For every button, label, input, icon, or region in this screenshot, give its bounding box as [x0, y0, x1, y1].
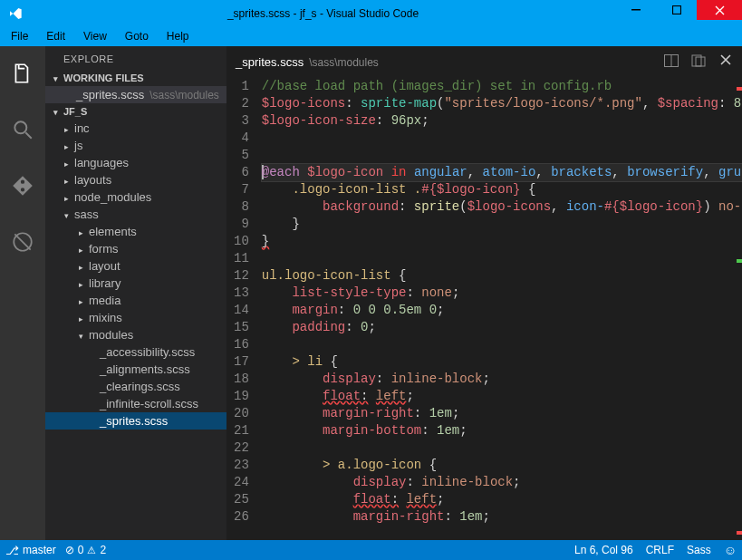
code-line[interactable]: margin-right: 1em;: [262, 405, 742, 422]
code-line[interactable]: float: left;: [262, 491, 742, 508]
code-line[interactable]: [262, 130, 742, 147]
editor-body[interactable]: 1234567891011121314151617181920212223242…: [226, 78, 742, 540]
tree-folder[interactable]: layout: [45, 257, 226, 275]
minimize-button[interactable]: [615, 0, 656, 20]
code-line[interactable]: > a.logo-icon {: [262, 457, 742, 474]
tree-folder[interactable]: forms: [45, 240, 226, 257]
menu-goto[interactable]: Goto: [118, 28, 156, 44]
tree-item-label: _infinite-scroll.scss: [100, 397, 198, 410]
feedback-icon[interactable]: [724, 543, 737, 557]
svg-rect-6: [696, 57, 705, 66]
working-files-header[interactable]: WORKING FILES: [45, 70, 226, 86]
activity-search-icon[interactable]: [0, 111, 45, 148]
code-line[interactable]: background: sprite($logo-icons, icon-#{$…: [262, 198, 742, 216]
code-line[interactable]: [262, 250, 742, 267]
overview-ruler[interactable]: [737, 78, 742, 540]
editor-tab-name: _sprites.scss: [236, 55, 304, 69]
split-editor-icon[interactable]: [664, 54, 679, 70]
activity-explorer-icon[interactable]: [0, 55, 45, 92]
code-line[interactable]: $logo-icon-size: 96px;: [262, 112, 742, 130]
code-line[interactable]: margin: 0 0 0.5em 0;: [262, 302, 742, 319]
line-number: 8: [234, 198, 249, 216]
close-button[interactable]: [697, 0, 742, 20]
code-line[interactable]: margin-bottom: 1em;: [262, 422, 742, 439]
tree-folder[interactable]: media: [45, 292, 226, 309]
close-editor-icon[interactable]: [718, 54, 733, 70]
code-line[interactable]: [262, 439, 742, 457]
chevron-down-icon: [62, 208, 71, 221]
tree-folder[interactable]: inc: [45, 120, 226, 137]
chevron-right-icon: [76, 242, 85, 256]
file-tree: incjslanguageslayoutsnode_modulessassele…: [45, 120, 226, 540]
code-line[interactable]: $logo-icons: sprite-map("sprites/logo-ic…: [262, 95, 742, 112]
line-number: 3: [234, 112, 249, 130]
code-line[interactable]: display: inline-block;: [262, 474, 742, 491]
line-number: 7: [234, 181, 249, 198]
status-git-branch[interactable]: master: [5, 544, 56, 557]
code-line[interactable]: @each $logo-icon in angular, atom-io, br…: [262, 164, 742, 181]
chevron-right-icon: [76, 294, 85, 307]
menu-file[interactable]: File: [4, 28, 35, 44]
open-changes-icon[interactable]: [691, 54, 706, 70]
code-line[interactable]: padding: 0;: [262, 319, 742, 336]
status-eol[interactable]: CRLF: [646, 544, 674, 556]
code-line[interactable]: [262, 147, 742, 164]
editor-tab-path: \sass\modules: [309, 56, 379, 69]
window-controls: [615, 0, 742, 27]
line-number: 4: [234, 130, 249, 147]
menu-help[interactable]: Help: [159, 28, 197, 44]
code-line[interactable]: display: inline-block;: [262, 371, 742, 388]
tree-item-label: modules: [89, 328, 133, 342]
code-line[interactable]: }: [262, 233, 742, 250]
explorer-sidebar: EXPLORE WORKING FILES _sprites.scss \sas…: [45, 46, 226, 540]
code-line[interactable]: }: [262, 216, 742, 233]
line-number: 19: [234, 388, 249, 405]
tree-folder[interactable]: modules: [45, 326, 226, 343]
code-line[interactable]: //base load path (images_dir) set in con…: [262, 78, 742, 95]
tree-file[interactable]: _clearings.scss: [45, 378, 226, 395]
tree-item-label: mixins: [89, 311, 122, 324]
project-header[interactable]: JF_S: [45, 103, 226, 120]
code-lines[interactable]: //base load path (images_dir) set in con…: [262, 78, 742, 526]
code-line[interactable]: ul.logo-icon-list {: [262, 267, 742, 285]
status-language-mode[interactable]: Sass: [687, 544, 711, 556]
svg-rect-1: [672, 6, 680, 14]
menu-view[interactable]: View: [76, 28, 114, 44]
code-line[interactable]: > li {: [262, 353, 742, 371]
tree-file[interactable]: _infinite-scroll.scss: [45, 395, 226, 412]
tree-item-label: sass: [74, 208, 99, 221]
working-file-item[interactable]: _sprites.scss \sass\modules: [45, 86, 226, 103]
code-line[interactable]: margin-right: 1em;: [262, 508, 742, 526]
tree-folder[interactable]: library: [45, 275, 226, 292]
tree-file[interactable]: _sprites.scss: [45, 412, 226, 430]
activity-debug-icon[interactable]: [0, 224, 45, 260]
tree-item-label: _accessibility.scss: [100, 345, 195, 359]
tree-folder[interactable]: sass: [45, 206, 226, 223]
status-cursor-position[interactable]: Ln 6, Col 96: [574, 544, 633, 556]
tree-folder[interactable]: mixins: [45, 309, 226, 326]
code-line[interactable]: .logo-icon-list .#{$logo-icon} {: [262, 181, 742, 198]
tree-folder[interactable]: languages: [45, 154, 226, 171]
tree-item-label: elements: [89, 225, 137, 238]
line-number: 1: [234, 78, 249, 95]
line-number: 23: [234, 457, 249, 474]
maximize-button[interactable]: [656, 0, 697, 20]
tree-file[interactable]: _alignments.scss: [45, 361, 226, 378]
tree-item-label: library: [89, 276, 120, 290]
code-line[interactable]: [262, 336, 742, 353]
code-line[interactable]: float: left;: [262, 388, 742, 405]
menu-edit[interactable]: Edit: [39, 28, 72, 44]
tree-folder[interactable]: layouts: [45, 171, 226, 188]
editor-tab[interactable]: _sprites.scss \sass\modules: [236, 55, 379, 69]
titlebar[interactable]: _sprites.scss - jf_s - Visual Studio Cod…: [0, 0, 742, 27]
activity-git-icon[interactable]: [0, 168, 45, 204]
status-problems[interactable]: 0 2: [65, 544, 106, 556]
code-line[interactable]: list-style-type: none;: [262, 285, 742, 302]
tree-folder[interactable]: node_modules: [45, 188, 226, 206]
chevron-right-icon: [76, 276, 85, 290]
tree-folder[interactable]: elements: [45, 223, 226, 240]
statusbar: master 0 2 Ln 6, Col 96 CRLF Sass: [0, 540, 742, 560]
tree-item-label: _clearings.scss: [100, 380, 180, 393]
tree-file[interactable]: _accessibility.scss: [45, 343, 226, 361]
tree-folder[interactable]: js: [45, 137, 226, 154]
